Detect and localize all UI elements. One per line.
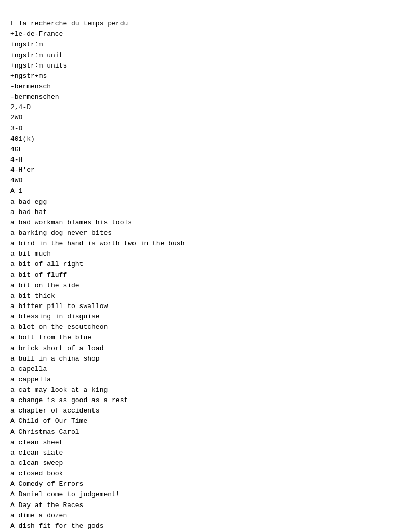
list-item: a bit of all right — [10, 259, 389, 270]
list-item: 2WD — [10, 113, 389, 123]
list-item: A Child of Our Time — [10, 416, 389, 427]
list-item: +ngstr÷m unit — [10, 50, 389, 61]
list-item: -bermensch — [10, 82, 389, 92]
list-item: a bit on the side — [10, 281, 389, 291]
list-item: 3-D — [10, 124, 389, 134]
list-item: a bull in a china shop — [10, 354, 389, 364]
list-item: A dish fit for the gods — [10, 521, 389, 531]
list-item: a dime a dozen — [10, 511, 389, 521]
list-item: a bit of fluff — [10, 270, 389, 281]
list-item: a capella — [10, 364, 389, 375]
list-item: 4WD — [10, 176, 389, 186]
list-item: a closed book — [10, 469, 389, 479]
list-item: +ngstr÷m — [10, 39, 389, 50]
list-item: a cappella — [10, 375, 389, 385]
list-item: A Day at the Races — [10, 500, 389, 511]
list-item: a barking dog never bites — [10, 228, 389, 238]
list-item: a clean sweep — [10, 458, 389, 469]
list-item: a change is as good as a rest — [10, 395, 389, 406]
word-list: L la recherche du temps perdu+le-de-Fran… — [10, 8, 389, 532]
list-item: a clean sheet — [10, 437, 389, 448]
list-item: a bad hat — [10, 207, 389, 218]
list-item: a blot on the escutcheon — [10, 322, 389, 332]
list-item: 4-H'er — [10, 165, 389, 176]
list-item: a bit thick — [10, 291, 389, 301]
list-item: a bitter pill to swallow — [10, 301, 389, 312]
list-item: 401(k) — [10, 134, 389, 144]
list-item: a bird in the hand is worth two in the b… — [10, 238, 389, 249]
list-item: 4-H — [10, 155, 389, 165]
list-item: a bad egg — [10, 197, 389, 207]
list-item: a cat may look at a king — [10, 385, 389, 395]
list-item: +ngstr÷m units — [10, 61, 389, 71]
list-item: A 1 — [10, 186, 389, 196]
list-item: a brick short of a load — [10, 343, 389, 354]
list-item: 4GL — [10, 144, 389, 155]
list-item: -bermenschen — [10, 92, 389, 102]
list-item: A Daniel come to judgement! — [10, 489, 389, 500]
list-item: a bit much — [10, 249, 389, 259]
list-item: 2,4-D — [10, 102, 389, 113]
list-item: a clean slate — [10, 448, 389, 458]
list-item: A Christmas Carol — [10, 427, 389, 437]
list-item: a bolt from the blue — [10, 332, 389, 343]
list-item: +ngstr÷ms — [10, 71, 389, 82]
list-item: +le-de-France — [10, 29, 389, 39]
list-item: a blessing in disguise — [10, 312, 389, 322]
list-item: a chapter of accidents — [10, 406, 389, 416]
list-item: a bad workman blames his tools — [10, 218, 389, 228]
list-item: A Comedy of Errors — [10, 479, 389, 489]
list-item: L la recherche du temps perdu — [10, 19, 389, 29]
